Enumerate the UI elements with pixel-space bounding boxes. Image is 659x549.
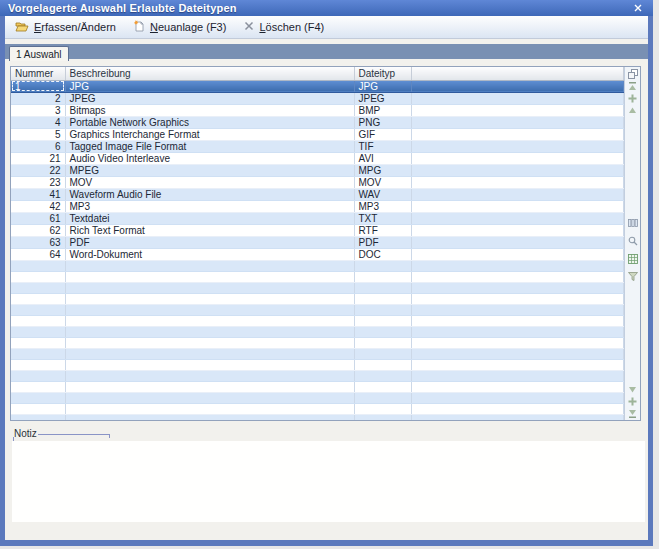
cell-nummer <box>11 348 65 359</box>
table-row[interactable]: 21Audio Video InterleaveAVI <box>11 152 624 164</box>
empty-row[interactable] <box>11 337 624 348</box>
cell-nummer: 62 <box>11 224 65 236</box>
scroll-to-top-icon[interactable] <box>627 80 639 92</box>
add-icon[interactable] <box>627 395 639 407</box>
cell-beschreibung: MOV <box>65 176 354 188</box>
cell-nummer: 63 <box>11 236 65 248</box>
table-row[interactable]: 3BitmapsBMP <box>11 104 624 116</box>
cell-nummer: 64 <box>11 248 65 260</box>
loeschen-button[interactable]: Löschen (F4) <box>244 21 324 33</box>
filter-icon[interactable] <box>627 271 639 283</box>
new-page-icon <box>134 20 145 34</box>
table-row[interactable]: 42MP3MP3 <box>11 200 624 212</box>
table-row[interactable]: 22MPEGMPG <box>11 164 624 176</box>
scroll-up-icon[interactable] <box>627 104 639 116</box>
cell-filler <box>411 212 624 224</box>
cell-beschreibung: Portable Network Graphics <box>65 116 354 128</box>
export-excel-icon[interactable] <box>627 253 639 265</box>
neuanlage-label: Neuanlage (F3) <box>150 21 226 33</box>
cell-filler <box>411 104 624 116</box>
cell-filler <box>411 403 624 414</box>
cell-dateityp <box>354 326 411 337</box>
empty-row[interactable] <box>11 381 624 392</box>
cell-beschreibung <box>65 403 354 414</box>
cell-nummer <box>11 359 65 370</box>
column-header-nummer[interactable]: Nummer <box>11 67 65 80</box>
table-row[interactable]: 4Portable Network GraphicsPNG <box>11 116 624 128</box>
cell-dateityp <box>354 348 411 359</box>
empty-row[interactable] <box>11 348 624 359</box>
empty-row[interactable] <box>11 326 624 337</box>
cell-filler <box>411 359 624 370</box>
cell-filler <box>411 200 624 212</box>
empty-row[interactable] <box>11 271 624 282</box>
column-header-beschreibung[interactable]: Beschreibung <box>65 67 354 80</box>
table-row[interactable]: 41Waveform Audio FileWAV <box>11 188 624 200</box>
cell-nummer: 3 <box>11 104 65 116</box>
cell-dateityp <box>354 381 411 392</box>
scroll-down-icon[interactable] <box>627 383 639 395</box>
cell-dateityp <box>354 282 411 293</box>
cell-nummer: 1 <box>11 80 65 92</box>
scroll-to-bottom-icon[interactable] <box>627 407 639 419</box>
cell-dateityp: PDF <box>354 236 411 248</box>
empty-row[interactable] <box>11 403 624 414</box>
table-row[interactable]: 62Rich Text FormatRTF <box>11 224 624 236</box>
table-row[interactable]: 5Graphics Interchange FormatGIF <box>11 128 624 140</box>
table-row[interactable]: 1JPGJPG <box>11 80 624 92</box>
table-row[interactable]: 64Word-DokumentDOC <box>11 248 624 260</box>
cell-dateityp: MPG <box>354 164 411 176</box>
tab-1-auswahl[interactable]: 1 Auswahl <box>9 46 69 61</box>
notiz-textarea[interactable] <box>12 441 645 522</box>
erfassen-aendern-button[interactable]: Erfassen/Ändern <box>15 21 116 34</box>
cell-beschreibung: JPG <box>65 80 354 92</box>
neuanlage-button[interactable]: Neuanlage (F3) <box>134 20 226 34</box>
select-cells-icon[interactable] <box>627 68 639 80</box>
cell-filler <box>411 116 624 128</box>
cell-nummer <box>11 370 65 381</box>
cell-nummer <box>11 381 65 392</box>
search-icon[interactable] <box>627 235 639 247</box>
column-options-icon[interactable] <box>627 217 639 229</box>
table-row[interactable]: 63PDFPDF <box>11 236 624 248</box>
table-row[interactable]: 2JPEGJPEG <box>11 92 624 104</box>
empty-row[interactable] <box>11 304 624 315</box>
empty-row[interactable] <box>11 392 624 403</box>
strip-middle <box>627 214 639 286</box>
cell-beschreibung <box>65 271 354 282</box>
cell-filler <box>411 236 624 248</box>
empty-row[interactable] <box>11 260 624 271</box>
cell-dateityp <box>354 337 411 348</box>
cell-filler <box>411 80 624 92</box>
cell-beschreibung <box>65 359 354 370</box>
cell-beschreibung <box>65 315 354 326</box>
empty-row[interactable] <box>11 370 624 381</box>
cell-filler <box>411 152 624 164</box>
empty-row[interactable] <box>11 282 624 293</box>
close-icon[interactable] <box>631 2 645 14</box>
cell-dateityp <box>354 403 411 414</box>
cell-nummer: 6 <box>11 140 65 152</box>
file-types-table: Nummer Beschreibung Dateityp 1JPGJPG2JPE… <box>11 67 624 420</box>
cell-dateityp <box>354 315 411 326</box>
cell-filler <box>411 315 624 326</box>
cell-filler <box>411 224 624 236</box>
tab-strip: 1 Auswahl <box>5 44 648 59</box>
add-icon[interactable] <box>627 92 639 104</box>
window-title: Vorgelagerte Auswahl Erlaubte Dateitypen <box>8 2 237 14</box>
empty-row[interactable] <box>11 414 624 420</box>
cell-beschreibung <box>65 337 354 348</box>
table-row[interactable]: 6Tagged Image File FormatTIF <box>11 140 624 152</box>
cell-beschreibung: Waveform Audio File <box>65 188 354 200</box>
empty-row[interactable] <box>11 315 624 326</box>
table-row[interactable]: 61TextdateiTXT <box>11 212 624 224</box>
cell-dateityp <box>354 304 411 315</box>
column-header-dateityp[interactable]: Dateityp <box>354 67 411 80</box>
cell-nummer: 4 <box>11 116 65 128</box>
table-row[interactable]: 23MOVMOV <box>11 176 624 188</box>
cell-filler <box>411 348 624 359</box>
empty-row[interactable] <box>11 293 624 304</box>
open-folder-icon <box>15 21 29 34</box>
empty-row[interactable] <box>11 359 624 370</box>
cell-filler <box>411 370 624 381</box>
